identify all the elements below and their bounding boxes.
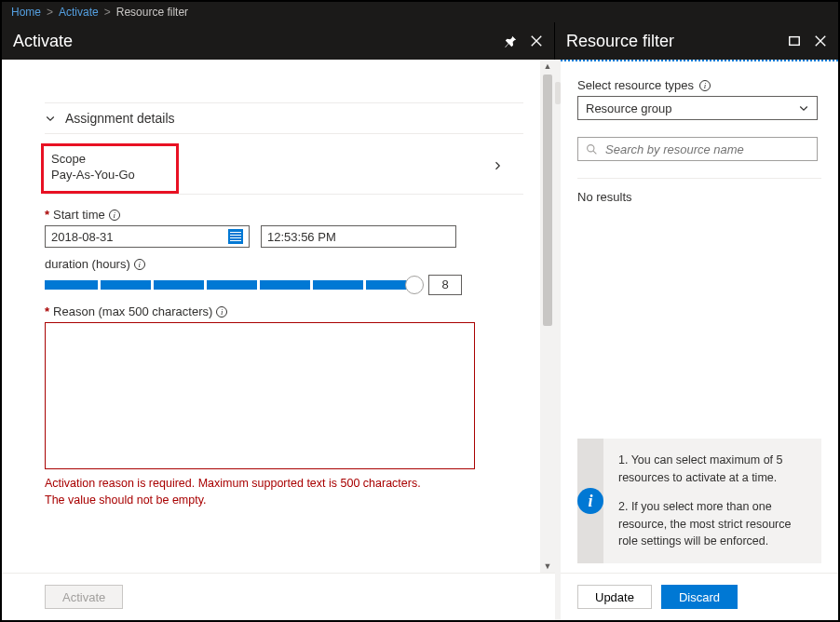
info-icon[interactable]: i bbox=[134, 259, 145, 270]
start-date-value: 2018-08-31 bbox=[51, 230, 114, 244]
start-date-input[interactable]: 2018-08-31 bbox=[45, 225, 250, 248]
breadcrumb-home[interactable]: Home bbox=[11, 6, 41, 19]
scope-highlight: Scope Pay-As-You-Go bbox=[41, 143, 179, 194]
pin-icon[interactable] bbox=[504, 34, 517, 47]
search-icon bbox=[586, 143, 598, 156]
breadcrumb-separator: > bbox=[47, 6, 53, 19]
scroll-up-icon[interactable]: ▲ bbox=[540, 61, 555, 71]
info-icon: i bbox=[577, 488, 603, 514]
scrollbar[interactable]: ▲ ▼ bbox=[540, 60, 555, 573]
no-results-text: No results bbox=[577, 190, 821, 204]
info-icon[interactable]: i bbox=[216, 306, 227, 318]
svg-rect-0 bbox=[790, 37, 800, 46]
discard-button[interactable]: Discard bbox=[661, 585, 738, 609]
info-icon[interactable]: i bbox=[699, 80, 711, 91]
blade-header-activate: Activate bbox=[2, 22, 555, 60]
activate-button[interactable]: Activate bbox=[45, 585, 123, 609]
slider-thumb[interactable] bbox=[405, 276, 424, 294]
breadcrumb-current: Resource filter bbox=[116, 6, 188, 19]
duration-label: duration (hours) i bbox=[45, 257, 523, 271]
breadcrumb-separator: > bbox=[104, 6, 111, 19]
scope-label: Scope bbox=[51, 152, 169, 166]
close-icon[interactable] bbox=[814, 34, 827, 47]
resource-types-label: Select resource types i bbox=[577, 78, 821, 92]
resource-search-input[interactable] bbox=[577, 137, 818, 161]
divider bbox=[577, 178, 821, 179]
start-time-input[interactable]: 12:53:56 PM bbox=[261, 225, 456, 248]
reason-error: Activation reason is required. Maximum s… bbox=[45, 476, 523, 508]
section-title: Assignment details bbox=[65, 111, 175, 126]
scroll-down-icon[interactable]: ▼ bbox=[540, 561, 555, 571]
calendar-icon[interactable] bbox=[228, 229, 243, 244]
update-button[interactable]: Update bbox=[577, 585, 652, 609]
required-indicator: * bbox=[45, 208, 49, 222]
info-tip-1: 1. You can select maximum of 5 resources… bbox=[618, 452, 806, 487]
blade-title-resource-filter: Resource filter bbox=[566, 32, 674, 51]
scope-value: Pay-As-You-Go bbox=[51, 168, 169, 182]
section-assignment-details[interactable]: Assignment details bbox=[45, 102, 523, 134]
duration-value[interactable]: 8 bbox=[428, 275, 462, 295]
resource-types-value: Resource group bbox=[586, 101, 672, 115]
info-icon[interactable]: i bbox=[109, 210, 120, 221]
close-icon[interactable] bbox=[530, 34, 543, 47]
svg-point-1 bbox=[588, 144, 594, 151]
reason-textarea[interactable] bbox=[45, 322, 475, 469]
info-banner: i 1. You can select maximum of 5 resourc… bbox=[577, 439, 821, 563]
info-tip-2: 2. If you select more than one resource,… bbox=[618, 498, 806, 550]
search-field[interactable] bbox=[603, 142, 809, 157]
maximize-icon[interactable] bbox=[788, 34, 801, 47]
chevron-down-icon bbox=[798, 102, 809, 114]
breadcrumb: Home > Activate > Resource filter bbox=[2, 2, 838, 22]
duration-slider[interactable] bbox=[45, 279, 417, 291]
breadcrumb-activate[interactable]: Activate bbox=[59, 6, 99, 19]
chevron-down-icon bbox=[45, 113, 56, 124]
required-indicator: * bbox=[45, 304, 49, 318]
start-time-value: 12:53:56 PM bbox=[267, 230, 336, 244]
start-time-label: * Start time i bbox=[45, 208, 523, 222]
chevron-right-icon[interactable] bbox=[492, 160, 503, 171]
blade-header-resource-filter: Resource filter bbox=[555, 22, 838, 60]
reason-label: * Reason (max 500 characters) i bbox=[45, 304, 523, 318]
resource-types-select[interactable]: Resource group bbox=[577, 96, 818, 120]
blade-title-activate: Activate bbox=[13, 32, 73, 51]
